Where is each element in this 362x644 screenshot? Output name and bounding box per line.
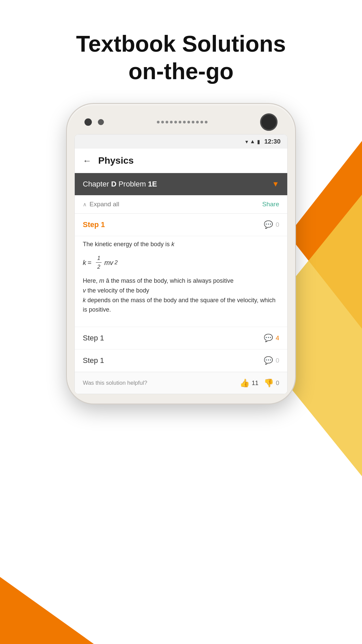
thumbs-up-icon: 👍 [240,378,250,388]
step-header-2[interactable]: Step 1 💬 4 [75,327,287,349]
comment-icon-3: 💬 [264,356,273,365]
comment-icon-2: 💬 [264,334,273,342]
signal-icon: ▲ [250,139,255,145]
phone-screen: ▾ ▲ ▮ 12:30 ← Physics Chapter D Problem … [74,134,288,394]
step-label-1: Step 1 [83,220,105,229]
comment-badge-1[interactable]: 💬 0 [264,220,279,229]
battery-icon: ▮ [257,139,260,145]
phone-top-hardware [74,113,288,131]
status-time: 12:30 [264,138,281,145]
step-content-intro: The kinetic energy of the body is k [83,239,279,249]
status-icons: ▾ ▲ ▮ [245,139,260,145]
step-section-1: Step 1 💬 0 The kinetic energy of the bod… [75,214,287,327]
expand-all-button[interactable]: ∧ Expand all [83,201,119,208]
thumbs-up-count: 11 [252,380,258,387]
app-title: Physics [98,155,134,166]
helpful-question: Was this solution helpful? [83,380,234,386]
chapter-title: Chapter D Problem 1E [83,180,157,189]
fraction: 1 2 [96,254,102,271]
bg-decoration-bottom [0,577,94,644]
wifi-icon: ▾ [245,139,248,145]
toolbar: ∧ Expand all Share [75,195,287,214]
helpful-bar: Was this solution helpful? 👍 11 👎 0 [75,372,287,394]
page-title: Textbook Solutions on-the-go [0,30,362,85]
phone-dot-2 [98,119,104,125]
step-header-1[interactable]: Step 1 💬 0 [75,214,287,236]
thumbs-down-icon: 👎 [264,378,274,388]
formula-math: k = 1 2 mv2 [83,254,118,271]
thumbs-up-button[interactable]: 👍 11 [240,378,258,388]
phone-dot-1 [84,118,92,126]
step-header-3[interactable]: Step 1 💬 0 [75,350,287,372]
comment-badge-2[interactable]: 💬 4 [264,334,279,342]
comment-count-3: 0 [276,357,279,364]
app-header: ← Physics [75,149,287,173]
chapter-bar[interactable]: Chapter D Problem 1E ▼ [75,173,287,195]
thumbs-down-count: 0 [276,380,279,387]
step-content-body: Here, m â the mass of the body, which is… [83,276,279,315]
step-content-1: The kinetic energy of the body is k k = … [75,236,287,327]
comment-badge-3[interactable]: 💬 0 [264,356,279,365]
step-section-3: Step 1 💬 0 [75,350,287,372]
step-label-3: Step 1 [83,356,104,365]
expand-chevron-icon: ∧ [83,201,87,208]
step-label-2: Step 1 [83,334,104,342]
page-title-section: Textbook Solutions on-the-go [0,0,362,105]
status-bar: ▾ ▲ ▮ 12:30 [75,135,287,149]
phone-speaker [110,121,254,123]
step-formula: k = 1 2 mv2 [83,254,279,271]
comment-count-2: 4 [276,334,279,342]
back-button[interactable]: ← [83,156,92,166]
step-section-2: Step 1 💬 4 [75,327,287,350]
phone-body: ▾ ▲ ▮ 12:30 ← Physics Chapter D Problem … [67,104,295,404]
share-button[interactable]: Share [262,201,279,208]
phone-camera [260,113,278,131]
phone-mockup: ▾ ▲ ▮ 12:30 ← Physics Chapter D Problem … [67,104,295,404]
comment-icon-1: 💬 [264,220,273,229]
expand-all-label: Expand all [89,201,119,208]
thumbs-down-button[interactable]: 👎 0 [264,378,279,388]
comment-count-1: 0 [276,221,279,228]
chapter-dropdown-icon[interactable]: ▼ [272,180,279,189]
